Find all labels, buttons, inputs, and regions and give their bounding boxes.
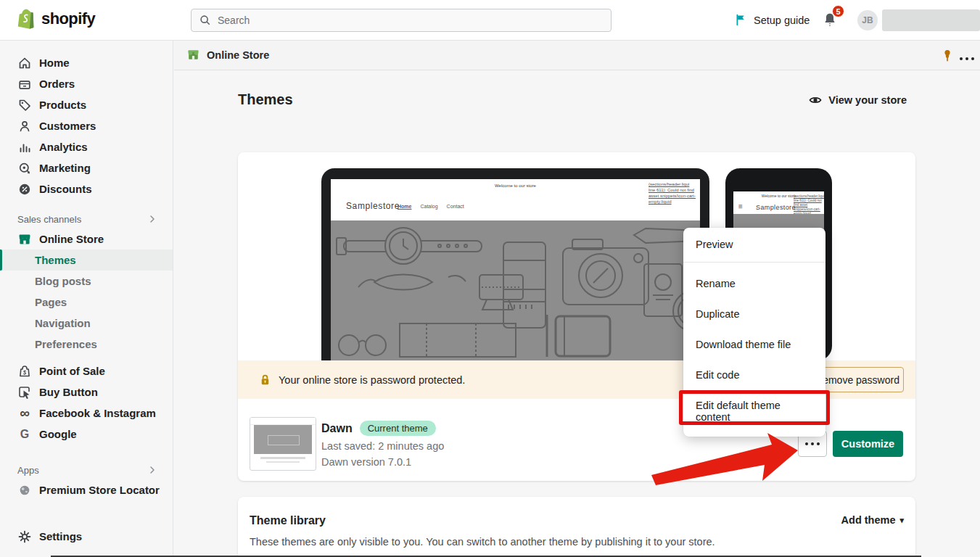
sidebar-item-label: Premium Store Locator xyxy=(39,484,160,496)
preview-error-text: (sections/header.liqui line 611): Could … xyxy=(648,181,696,205)
customize-button[interactable]: Customize xyxy=(833,431,903,457)
horizontal-dots-icon xyxy=(805,442,820,445)
theme-hero-illustration xyxy=(331,220,700,360)
apps-heading[interactable]: Apps xyxy=(0,461,173,479)
preview-hero xyxy=(331,220,700,360)
preview-announcement-bar: Welcome to our store xyxy=(331,179,700,191)
sidebar-item-buy-button[interactable]: Buy Button xyxy=(0,381,173,403)
shopify-logo[interactable]: shopify xyxy=(17,8,95,30)
online-store-icon xyxy=(17,232,32,247)
customers-icon xyxy=(17,119,32,133)
context-bar-label: Online Store xyxy=(207,49,269,61)
view-store-label: View your store xyxy=(828,94,907,106)
top-bar: shopify Setup guide 5 JB xyxy=(0,0,980,41)
sidebar-item-label: Marketing xyxy=(39,162,91,174)
sidebar-item-themes[interactable]: Themes xyxy=(0,249,173,271)
sidebar-item-settings[interactable]: Settings xyxy=(0,526,173,547)
menu-item-duplicate[interactable]: Duplicate xyxy=(683,299,825,329)
shopify-bag-icon xyxy=(17,8,37,30)
theme-last-saved: Last saved: 2 minutes ago xyxy=(321,440,444,452)
desktop-preview-screen: Welcome to our store Samplestore Home Ca… xyxy=(331,179,700,360)
menu-item-edit-default-theme-content[interactable]: Edit default theme content xyxy=(683,390,825,432)
preview-nav-catalog: Catalog xyxy=(420,204,437,209)
online-store-icon xyxy=(186,48,200,62)
chevron-right-icon xyxy=(147,464,158,476)
sidebar-item-label: Online Store xyxy=(39,233,104,245)
setup-guide-button[interactable]: Setup guide xyxy=(734,13,810,27)
sidebar-item-products[interactable]: Products xyxy=(0,94,173,115)
menu-item-edit-code[interactable]: Edit code xyxy=(683,360,825,390)
mobile-preview-header: ≡ Samplestore (sections/header.liqui lin… xyxy=(733,200,824,214)
buy-button-icon xyxy=(17,385,32,400)
sidebar-item-label: Point of Sale xyxy=(39,365,105,377)
menu-item-rename[interactable]: Rename xyxy=(683,268,825,299)
pin-icon[interactable] xyxy=(940,47,955,63)
sidebar-item-point-of-sale[interactable]: Point of Sale xyxy=(0,360,173,381)
preview-header: Samplestore Home Catalog Contact (sectio… xyxy=(331,191,700,220)
menu-item-preview[interactable]: Preview xyxy=(683,228,825,262)
sidebar-item-discounts[interactable]: Discounts xyxy=(0,178,173,199)
sidebar-item-label: Settings xyxy=(39,530,82,542)
logo-wordmark: shopify xyxy=(41,9,95,28)
store-locator-icon xyxy=(17,483,32,498)
sidebar-item-label: Blog posts xyxy=(35,275,91,287)
sidebar-item-online-store[interactable]: Online Store xyxy=(0,228,173,249)
theme-library-title: Theme library xyxy=(250,514,326,527)
search-input[interactable] xyxy=(218,15,604,26)
sidebar-item-premium-store-locator[interactable]: Premium Store Locator xyxy=(0,479,173,500)
avatar[interactable]: JB xyxy=(857,10,878,30)
context-bar-title: Online Store xyxy=(186,48,269,62)
theme-library-card: Theme library Add theme ▾ These themes a… xyxy=(238,497,915,557)
context-bar: Online Store xyxy=(174,41,980,70)
google-icon: G xyxy=(17,427,32,442)
current-theme-badge: Current theme xyxy=(360,421,436,436)
add-theme-label: Add theme xyxy=(841,514,896,526)
sidebar-item-navigation[interactable]: Navigation xyxy=(0,313,173,334)
home-icon xyxy=(17,56,32,70)
mobile-error-text: (sections/header.liqui line 611): Could … xyxy=(794,194,823,216)
theme-version: Dawn version 7.0.1 xyxy=(321,456,444,468)
sales-channels-label: Sales channels xyxy=(17,214,81,225)
notification-badge: 5 xyxy=(832,5,844,17)
sidebar-item-label: Navigation xyxy=(35,317,91,329)
eye-icon xyxy=(808,93,823,107)
page-title: Themes xyxy=(238,91,293,108)
sidebar-item-blog-posts[interactable]: Blog posts xyxy=(0,271,173,292)
sidebar-item-home[interactable]: Home xyxy=(0,52,173,73)
flag-icon xyxy=(734,13,748,27)
sidebar-item-marketing[interactable]: Marketing xyxy=(0,157,173,178)
setup-guide-label: Setup guide xyxy=(754,15,810,26)
theme-library-description: These themes are only visible to you. Yo… xyxy=(250,536,715,548)
add-theme-button[interactable]: Add theme ▾ xyxy=(841,514,904,526)
sidebar-item-orders[interactable]: Orders xyxy=(0,73,173,94)
sidebar-item-facebook-instagram[interactable]: ∞ Facebook & Instagram xyxy=(0,403,173,424)
chevron-right-icon xyxy=(147,213,158,225)
context-more-icon[interactable] xyxy=(960,50,974,63)
sidebar-item-preferences[interactable]: Preferences xyxy=(0,334,173,355)
sidebar-item-label: Home xyxy=(39,57,70,69)
theme-name: Dawn xyxy=(321,422,353,435)
sidebar-item-google[interactable]: G Google xyxy=(0,424,173,445)
banner-message: Your online store is password protected. xyxy=(279,374,465,386)
preview-nav-home: Home xyxy=(398,204,411,209)
search-icon xyxy=(199,14,212,27)
sidebar: Home Orders Products Customers Analytics… xyxy=(0,41,173,557)
sidebar-item-pages[interactable]: Pages xyxy=(0,292,173,313)
theme-info: Dawn Current theme Last saved: 2 minutes… xyxy=(321,421,444,468)
discounts-icon xyxy=(17,182,32,197)
global-search[interactable] xyxy=(191,9,612,32)
sidebar-item-label: Themes xyxy=(35,254,76,266)
meta-icon: ∞ xyxy=(17,406,32,421)
orders-icon xyxy=(17,77,32,91)
marketing-icon xyxy=(17,161,32,176)
sidebar-item-analytics[interactable]: Analytics xyxy=(0,136,173,157)
sales-channels-heading[interactable]: Sales channels xyxy=(0,210,173,228)
gear-icon xyxy=(17,529,32,544)
products-icon xyxy=(17,98,32,112)
main-content: Online Store Themes View your store Welc… xyxy=(174,41,980,557)
theme-thumbnail xyxy=(250,417,316,471)
menu-item-download-theme-file[interactable]: Download theme file xyxy=(683,329,825,360)
apps-label: Apps xyxy=(17,465,39,476)
view-your-store-button[interactable]: View your store xyxy=(808,93,907,107)
sidebar-item-customers[interactable]: Customers xyxy=(0,115,173,136)
